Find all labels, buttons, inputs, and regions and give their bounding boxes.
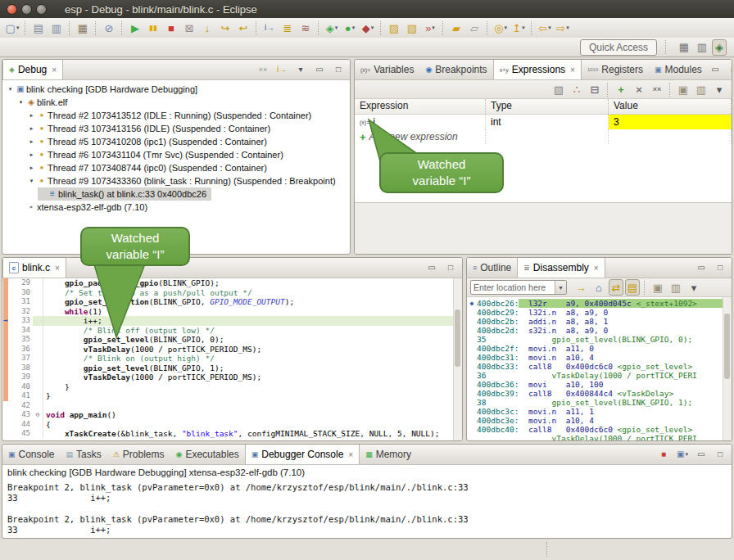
maximize-button[interactable]: □ [444, 260, 457, 276]
fold-icon[interactable]: ⊖ [33, 410, 43, 420]
minimize-button[interactable]: ▭ [709, 61, 722, 78]
disassembly-body[interactable]: ◆400dbc26: l32r a9, 0x400d045c <_stext+1… [467, 297, 732, 441]
debug-button[interactable]: ◈▾ [324, 20, 340, 36]
disassembly-line[interactable]: 400dbc2b: addi.n a8, a8, 1 [467, 317, 732, 326]
tree-row[interactable]: ▸●Thread #6 1073431104 (Tmr Svc) (Suspen… [2, 148, 350, 161]
flash-device-button[interactable]: »▾ [422, 20, 438, 36]
home-button[interactable]: ⌂ [591, 279, 607, 296]
minimize-window-button[interactable] [21, 4, 32, 15]
maximize-button[interactable]: □ [714, 260, 727, 276]
editor-line[interactable]: 38 gpio_set_level(BLINK_GPIO, 1); [2, 364, 462, 373]
disassembly-line[interactable]: ◆400dbc26: l32r a9, 0x400d045c <_stext+1… [467, 299, 732, 308]
disassembly-line[interactable]: 400dbc2d: s32i.n a8, a9, 0 [467, 326, 732, 335]
close-icon[interactable]: × [570, 65, 575, 75]
minimize-button[interactable]: ▭ [695, 446, 708, 463]
disassembly-line[interactable]: 400dbc31: movi.n a10, 4 [467, 353, 732, 362]
open-new-view-button[interactable]: ▣ [675, 81, 691, 97]
editor-line[interactable]: 44{ [2, 420, 462, 430]
jump-to-pc-button[interactable]: → [573, 279, 589, 296]
tree-row[interactable]: ▾●Thread #9 1073433360 (blink_task : Run… [2, 174, 350, 187]
tab-memory[interactable]: ▦Memory [360, 445, 417, 464]
expander-icon[interactable]: ▸ [27, 138, 36, 145]
editor-line[interactable]: 32 while(1) [2, 307, 462, 317]
minimize-button[interactable]: ▭ [695, 260, 708, 276]
run-button[interactable]: ●▾ [342, 20, 358, 36]
view-menu-button[interactable]: ▾ [294, 61, 307, 78]
expander-icon[interactable]: ▸ [27, 165, 36, 171]
tree-row[interactable]: ≡blink_task() at blink.c:33 0x400dbc26 [2, 187, 350, 201]
tab-breakpoints[interactable]: ◉Breakpoints [419, 60, 492, 79]
expression-cell[interactable]: (x)=i [355, 115, 486, 129]
tab-console[interactable]: ▣Console [2, 445, 61, 464]
editor-scrollbar-thumb[interactable] [455, 309, 460, 367]
tab-variables[interactable]: (x)=Variables [355, 60, 419, 79]
step-return-button[interactable]: ↩ [235, 20, 251, 36]
display-selected-console-button[interactable]: ▣▾ [676, 446, 689, 463]
tab-disassembly[interactable]: ≣Disassembly× [517, 258, 605, 278]
maximize-button[interactable]: □ [714, 446, 727, 463]
expression-row[interactable]: (x)=iint3 [355, 115, 732, 129]
column-header-expression[interactable]: Expression [355, 99, 486, 114]
disassembly-scrollbar[interactable] [723, 297, 732, 441]
disassembly-line[interactable]: 400dbc29: l32i.n a8, a9, 0 [467, 308, 732, 317]
editor-line[interactable]: 36 vTaskDelay(1000 / portTICK_PERIOD_MS)… [2, 345, 462, 355]
editor-line[interactable]: 43⊖void app_main() [2, 410, 462, 420]
close-icon[interactable]: × [52, 65, 57, 75]
value-cell[interactable]: 3 [609, 115, 732, 129]
quick-access-field[interactable]: Quick Access [580, 39, 657, 56]
remove-all-expressions-button[interactable]: ×× [649, 81, 665, 97]
disassembly-line[interactable]: 400dbc40: call8 0x400dc6c0 <gpio_set_lev… [467, 425, 732, 434]
instruction-pointer-button[interactable]: i→ [275, 61, 288, 78]
disassembly-line[interactable]: 400dbc3e: movi.n a10, 4 [467, 416, 732, 425]
tab-modules[interactable]: ▣Modules [649, 60, 708, 79]
sync-selection-button[interactable]: ⇄ [609, 279, 623, 296]
show-type-names-button[interactable]: ▧ [550, 81, 567, 97]
console-output[interactable]: Breakpoint 2, blink_task (pvParameter=0x… [2, 479, 732, 539]
editor-line[interactable]: 37 /* Blink on (output high) */ [2, 354, 462, 364]
disassembly-line[interactable]: 400dbc2f: movi.n a11, 0 [467, 344, 732, 353]
trace-control-button[interactable]: ≋ [297, 20, 314, 36]
add-expression-cell[interactable]: +Add new expression [355, 129, 486, 144]
expander-icon[interactable]: ▸ [27, 151, 36, 158]
open-task-button[interactable]: ▨ [386, 20, 402, 36]
clean-button[interactable]: ▱ [466, 20, 483, 36]
cpp-perspective-button[interactable]: ▥ [694, 39, 710, 56]
open-perspective-button[interactable]: ▦ [676, 39, 692, 56]
save-button[interactable]: ▤ [30, 20, 47, 36]
editor-line[interactable]: 35 gpio_set_level(BLINK_GPIO, 0); [2, 335, 462, 345]
tab-debug[interactable]: ◈Debug× [2, 60, 63, 79]
resume-button[interactable]: ▶ [127, 20, 143, 36]
tree-row[interactable]: ▪xtensa-esp32-elf-gdb (7.10) [2, 201, 350, 214]
disassembly-scrollbar-thumb[interactable] [724, 314, 730, 379]
external-tools-button[interactable]: ◆▾ [360, 20, 376, 36]
editor-line[interactable]: 42 [2, 401, 462, 411]
disassembly-line[interactable]: 400dbc39: call8 0x400844c4 <vTaskDelay> [467, 389, 732, 398]
close-icon[interactable]: × [594, 264, 599, 273]
show-logical-structure-button[interactable]: ∴ [569, 81, 585, 97]
show-execution-flow-button[interactable]: ≣ [279, 20, 296, 36]
open-folder-button[interactable]: ▧ [404, 20, 420, 36]
save-all-button[interactable]: ▥ [48, 20, 65, 36]
disassembly-line[interactable]: 400dbc3c: movi.n a11, 1 [467, 407, 732, 416]
editor-line[interactable]: 41} [2, 391, 462, 401]
instruction-stepping-button[interactable]: i→ [261, 20, 278, 36]
add-expression-button[interactable]: + [613, 81, 629, 97]
new-wizard-button[interactable]: ▢▾ [4, 20, 20, 36]
maximize-window-button[interactable] [36, 4, 47, 15]
step-over-button[interactable]: ↪ [217, 20, 233, 36]
add-expression-row[interactable]: +Add new expression [355, 129, 732, 144]
build-button[interactable]: ▦ [75, 20, 91, 36]
tab-blink-c[interactable]: c blink.c × [2, 258, 66, 278]
last-edit-location-button[interactable]: ↥▾ [510, 20, 527, 36]
format-button[interactable]: ▰ [448, 20, 464, 36]
tree-row[interactable]: ▾▣blink checking [GDB Hardware Debugging… [2, 83, 350, 96]
expander-icon[interactable]: ▾ [27, 178, 36, 184]
terminate-button[interactable]: ■ [163, 20, 179, 36]
minimize-button[interactable]: ▭ [313, 61, 326, 78]
open-new-view-button[interactable]: ▣ [650, 279, 666, 296]
show-source-button[interactable]: ▤ [625, 279, 640, 296]
editor-line[interactable]: 30 /* Set the GPIO as a push/pull output… [2, 288, 462, 298]
maximize-button[interactable]: □ [332, 61, 345, 78]
disassembly-line[interactable]: 400dbc33: call8 0x400dc6c0 <gpio_set_lev… [467, 362, 732, 371]
column-header-type[interactable]: Type [486, 99, 609, 114]
